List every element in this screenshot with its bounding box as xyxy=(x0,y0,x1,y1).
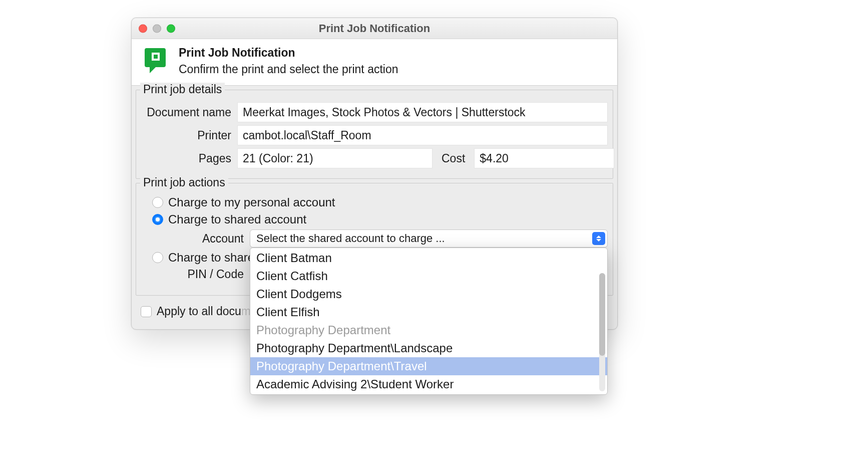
zoom-window-button[interactable] xyxy=(167,24,175,33)
label-cost: Cost xyxy=(439,152,468,165)
dropdown-option[interactable]: Academic Advising 2\Student Worker xyxy=(250,375,607,393)
dropdown-option[interactable]: Photography Department\Landscape xyxy=(250,339,607,357)
label-account: Account xyxy=(186,232,244,246)
value-printer: cambot.local\Staff_Room xyxy=(237,125,608,145)
chevron-updown-icon xyxy=(592,232,605,245)
radio-icon xyxy=(152,252,163,263)
label-pages: Pages xyxy=(141,152,231,165)
svg-rect-1 xyxy=(154,55,158,59)
value-cost: $4.20 xyxy=(474,148,614,168)
window-title: Print Job Notification xyxy=(319,22,430,35)
radio-label-shared-pin-visible: Charge to share xyxy=(168,251,254,264)
radio-icon xyxy=(152,197,163,208)
apply-all-checkbox[interactable] xyxy=(141,306,152,317)
label-document-name: Document name xyxy=(141,106,231,119)
titlebar: Print Job Notification xyxy=(132,18,617,39)
close-window-button[interactable] xyxy=(139,24,147,33)
group-legend-details: Print job details xyxy=(140,83,225,96)
dropdown-option[interactable]: Client Catfish xyxy=(250,267,607,285)
dropdown-option[interactable]: Client Dodgems xyxy=(250,285,607,303)
dropdown-option[interactable]: Client Elfish xyxy=(250,303,607,321)
radio-shared-account[interactable]: Charge to shared account xyxy=(152,212,608,226)
dropdown-scrollbar[interactable] xyxy=(599,273,605,391)
label-printer: Printer xyxy=(141,129,231,142)
header-heading: Print Job Notification xyxy=(179,46,398,60)
account-select-value: Select the shared account to charge ... xyxy=(256,232,445,245)
group-print-job-details: Print job details Document name Meerkat … xyxy=(136,90,613,179)
group-legend-actions: Print job actions xyxy=(140,176,228,189)
value-pages: 21 (Color: 21) xyxy=(237,148,432,168)
header-panel: Print Job Notification Confirm the print… xyxy=(132,39,617,86)
label-pin-code: PIN / Code xyxy=(186,268,244,281)
header-text: Print Job Notification Confirm the print… xyxy=(179,46,398,76)
app-logo-icon xyxy=(144,46,169,74)
account-select[interactable]: Select the shared account to charge ... xyxy=(250,229,608,248)
account-dropdown-list[interactable]: Client BatmanClient CatfishClient Dodgem… xyxy=(250,248,608,395)
value-document-name: Meerkat Images, Stock Photos & Vectors |… xyxy=(237,102,608,122)
dropdown-option[interactable]: Client Batman xyxy=(250,249,607,267)
minimize-window-button[interactable] xyxy=(153,24,161,33)
traffic-lights xyxy=(139,24,175,33)
header-subheading: Confirm the print and select the print a… xyxy=(179,63,398,76)
dropdown-option: Photography Department xyxy=(250,321,607,339)
radio-icon-checked xyxy=(152,214,163,225)
radio-label-personal: Charge to my personal account xyxy=(168,195,335,209)
scrollbar-thumb[interactable] xyxy=(599,273,605,356)
radio-label-shared: Charge to shared account xyxy=(168,212,306,226)
dropdown-option[interactable]: Photography Department\Travel xyxy=(250,357,607,375)
radio-personal-account[interactable]: Charge to my personal account xyxy=(152,195,608,209)
